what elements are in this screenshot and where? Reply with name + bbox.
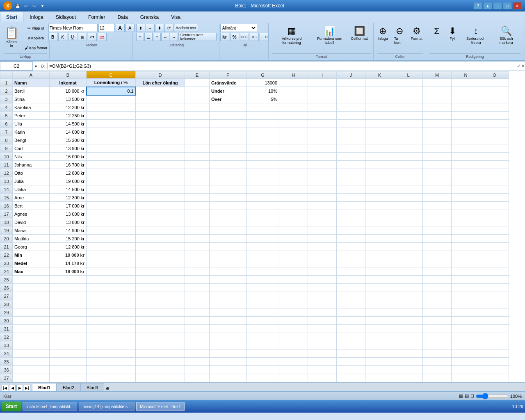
- col-header-i[interactable]: I: [308, 71, 337, 79]
- cell-o11[interactable]: [480, 161, 509, 169]
- cell-n11[interactable]: [452, 161, 480, 169]
- cell-e5[interactable]: [185, 112, 210, 120]
- empty-cell-30-3[interactable]: [136, 317, 185, 325]
- cell-d18[interactable]: [136, 218, 185, 226]
- empty-cell-35-12[interactable]: [423, 358, 452, 366]
- cell-n20[interactable]: [452, 235, 480, 243]
- cell-k20[interactable]: [365, 235, 394, 243]
- cell-b1[interactable]: Inkomst: [50, 79, 87, 87]
- row-header-23[interactable]: 23: [0, 259, 13, 267]
- cell-k17[interactable]: [365, 210, 394, 218]
- empty-cell-25-7[interactable]: [279, 276, 308, 284]
- delete-button[interactable]: ⊖ Ta bort: [391, 24, 408, 52]
- empty-cell-27-1[interactable]: [50, 292, 87, 300]
- minimize-button[interactable]: ─: [493, 2, 502, 9]
- cell-c8[interactable]: [87, 136, 136, 144]
- cell-a24[interactable]: Max: [13, 267, 50, 276]
- row-header-33[interactable]: 33: [0, 341, 13, 349]
- empty-cell-36-12[interactable]: [423, 366, 452, 374]
- sheet-tab-blad2[interactable]: Blad2: [57, 383, 80, 391]
- empty-cell-30-8[interactable]: [308, 317, 337, 325]
- cell-l22[interactable]: [394, 251, 423, 259]
- row-header-1[interactable]: 1: [0, 79, 13, 87]
- cell-i23[interactable]: [308, 259, 337, 267]
- cell-a23[interactable]: Medel: [13, 259, 50, 267]
- indent-increase-button[interactable]: →: [170, 33, 178, 41]
- cell-c21[interactable]: [87, 243, 136, 251]
- cell-i5[interactable]: [308, 112, 337, 120]
- cell-c19[interactable]: [87, 226, 136, 235]
- sort-filter-button[interactable]: ↕ Sortera och filtrera: [461, 24, 491, 52]
- cell-o24[interactable]: [480, 267, 509, 276]
- empty-cell-29-14[interactable]: [480, 308, 509, 317]
- col-header-h[interactable]: H: [279, 71, 308, 79]
- cell-g17[interactable]: [247, 210, 279, 218]
- empty-cell-25-13[interactable]: [452, 276, 480, 284]
- italic-button[interactable]: K: [58, 33, 67, 41]
- cell-j23[interactable]: [337, 259, 365, 267]
- cell-b19[interactable]: 14 900 kr: [50, 226, 87, 235]
- empty-cell-30-4[interactable]: [185, 317, 210, 325]
- row-header-30[interactable]: 30: [0, 317, 13, 325]
- cell-f23[interactable]: [210, 259, 247, 267]
- cell-h22[interactable]: [279, 251, 308, 259]
- insert-button[interactable]: ⊕ Infoga: [375, 24, 390, 52]
- cell-h23[interactable]: [279, 259, 308, 267]
- cell-b5[interactable]: 12 250 kr: [50, 112, 87, 120]
- col-header-c[interactable]: C: [87, 71, 136, 79]
- empty-cell-32-6[interactable]: [247, 333, 279, 341]
- cell-o1[interactable]: [480, 79, 509, 87]
- empty-cell-25-0[interactable]: [13, 276, 50, 284]
- cell-j19[interactable]: [337, 226, 365, 235]
- fill-button[interactable]: ⬇ Fyll: [445, 24, 460, 52]
- empty-cell-36-3[interactable]: [136, 366, 185, 374]
- cell-reference-input[interactable]: [0, 62, 33, 71]
- cell-n10[interactable]: [452, 153, 480, 161]
- col-header-o[interactable]: O: [480, 71, 509, 79]
- cell-b15[interactable]: 12 300 kr: [50, 194, 87, 202]
- cell-k14[interactable]: [365, 185, 394, 194]
- cell-d22[interactable]: [136, 251, 185, 259]
- row-header-7[interactable]: 7: [0, 128, 13, 136]
- cell-j24[interactable]: [337, 267, 365, 276]
- row-header-4[interactable]: 4: [0, 103, 13, 112]
- empty-cell-34-3[interactable]: [136, 349, 185, 358]
- empty-cell-31-12[interactable]: [423, 325, 452, 333]
- cell-j1[interactable]: [337, 79, 365, 87]
- cell-c18[interactable]: [87, 218, 136, 226]
- cell-b4[interactable]: 12 200 kr: [50, 103, 87, 112]
- cell-i18[interactable]: [308, 218, 337, 226]
- cell-l6[interactable]: [394, 120, 423, 128]
- empty-cell-35-11[interactable]: [394, 358, 423, 366]
- empty-cell-25-8[interactable]: [308, 276, 337, 284]
- cell-j11[interactable]: [337, 161, 365, 169]
- cell-m22[interactable]: [423, 251, 452, 259]
- cell-e20[interactable]: [185, 235, 210, 243]
- empty-cell-35-8[interactable]: [308, 358, 337, 366]
- row-header-19[interactable]: 19: [0, 226, 13, 235]
- cell-e22[interactable]: [185, 251, 210, 259]
- cell-b10[interactable]: 16 000 kr: [50, 153, 87, 161]
- cell-n8[interactable]: [452, 136, 480, 144]
- empty-cell-33-11[interactable]: [394, 341, 423, 349]
- cell-l16[interactable]: [394, 202, 423, 210]
- empty-cell-27-14[interactable]: [480, 292, 509, 300]
- cell-h15[interactable]: [279, 194, 308, 202]
- cell-f24[interactable]: [210, 267, 247, 276]
- cell-h12[interactable]: [279, 169, 308, 177]
- cell-l15[interactable]: [394, 194, 423, 202]
- empty-cell-30-1[interactable]: [50, 317, 87, 325]
- empty-cell-28-9[interactable]: [337, 300, 365, 308]
- cell-e21[interactable]: [185, 243, 210, 251]
- thousands-button[interactable]: 000: [240, 33, 249, 41]
- cell-f22[interactable]: [210, 251, 247, 259]
- cell-d5[interactable]: [136, 112, 185, 120]
- empty-cell-27-10[interactable]: [365, 292, 394, 300]
- empty-cell-32-3[interactable]: [136, 333, 185, 341]
- cell-m18[interactable]: [423, 218, 452, 226]
- cell-n22[interactable]: [452, 251, 480, 259]
- cell-o4[interactable]: [480, 103, 509, 112]
- cell-k11[interactable]: [365, 161, 394, 169]
- empty-cell-36-8[interactable]: [308, 366, 337, 374]
- empty-cell-28-14[interactable]: [480, 300, 509, 308]
